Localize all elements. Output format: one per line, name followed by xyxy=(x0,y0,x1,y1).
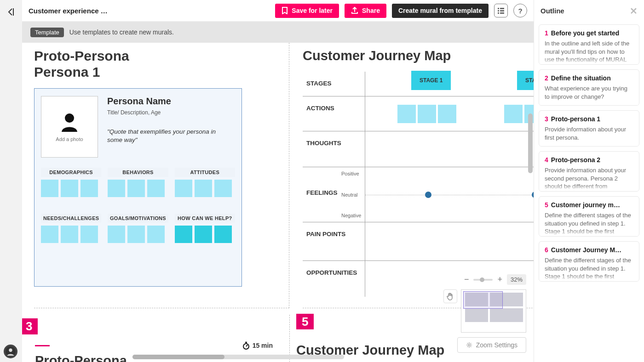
create-label: Create mural from template xyxy=(398,7,482,14)
outline-num: 5 xyxy=(545,201,548,209)
outline-item-6[interactable]: 6Customer Journey M…Define the different… xyxy=(539,241,639,282)
outline-item-desc: Provide information about your second pe… xyxy=(545,166,633,191)
bookmark-icon xyxy=(282,7,288,14)
sticky-note[interactable] xyxy=(61,180,78,197)
back-button[interactable] xyxy=(5,6,17,18)
svg-rect-5 xyxy=(498,10,499,11)
zoom-in-button[interactable]: + xyxy=(497,275,502,284)
outline-num: 6 xyxy=(545,246,548,254)
close-outline-button[interactable]: ✕ xyxy=(630,6,638,17)
feel-negative: Negative xyxy=(341,213,361,218)
sticky-note[interactable] xyxy=(80,180,98,197)
row-label-stages: STAGES xyxy=(303,72,365,96)
sticky-note[interactable] xyxy=(397,105,416,123)
timer-label: 15 min xyxy=(253,342,273,349)
sticky-note[interactable] xyxy=(214,226,232,243)
zoom-slider[interactable] xyxy=(473,279,493,281)
sticky-note[interactable] xyxy=(147,226,165,243)
outline-item-3[interactable]: 3Proto-persona 1Provide information abou… xyxy=(539,110,639,147)
stopwatch-icon xyxy=(242,341,250,350)
feelings-content[interactable]: Positive Neutral Negative xyxy=(365,167,534,222)
sticky-note[interactable] xyxy=(214,180,232,197)
zoom-out-button[interactable]: − xyxy=(464,275,469,284)
journey-title: Customer Journey Map xyxy=(303,43,534,63)
outline-item-title: Customer journey m… xyxy=(551,201,620,209)
outline-num: 1 xyxy=(545,29,548,37)
zoom-controls: − + 32% Zoom Settings xyxy=(443,274,526,353)
sticky-note[interactable] xyxy=(80,226,98,243)
outline-item-desc: In the outline and left side of the mura… xyxy=(545,40,633,64)
save-for-later-button[interactable]: Save for later xyxy=(275,4,339,18)
sticky-note[interactable] xyxy=(108,226,125,243)
add-photo-box[interactable]: Add a photo xyxy=(41,96,98,158)
painpoints-content[interactable] xyxy=(365,222,534,260)
sticky-note[interactable] xyxy=(504,105,523,123)
sticky-note[interactable] xyxy=(127,226,145,243)
svg-rect-4 xyxy=(500,8,504,9)
sticky-note[interactable] xyxy=(175,180,192,197)
minimap-viewport[interactable] xyxy=(463,291,503,309)
vertical-scrollbar[interactable] xyxy=(528,113,533,173)
sticky-note[interactable] xyxy=(41,226,58,243)
persona-meta: Persona Name Title/ Description, Age "Qu… xyxy=(107,96,218,158)
section-3-badge: 3 xyxy=(22,318,38,334)
svg-line-13 xyxy=(246,345,247,346)
sticky-note[interactable] xyxy=(41,180,58,197)
zoom-handle[interactable] xyxy=(480,277,484,282)
sticky-note[interactable] xyxy=(127,180,145,197)
outline-toggle-button[interactable] xyxy=(494,4,508,17)
feel-positive: Positive xyxy=(341,171,361,176)
outline-item-4[interactable]: 4Proto-persona 2Provide information abou… xyxy=(539,151,639,192)
scrollbar-thumb[interactable] xyxy=(132,355,224,359)
stage-2-chip[interactable]: STAGE 2 xyxy=(517,71,534,90)
template-chip: Template xyxy=(30,28,64,37)
sticky-note[interactable] xyxy=(195,226,212,243)
sticky-note[interactable] xyxy=(438,105,456,123)
pan-tool-button[interactable] xyxy=(443,289,457,303)
sticky-note[interactable] xyxy=(418,105,436,123)
svg-point-9 xyxy=(65,113,74,123)
save-label: Save for later xyxy=(292,7,333,14)
help-button[interactable]: ? xyxy=(513,4,527,17)
avatar[interactable] xyxy=(4,345,17,358)
outline-item-desc: Provide information about your first per… xyxy=(545,125,633,141)
col-help: HOW CAN WE HELP? xyxy=(175,214,235,223)
outline-num: 4 xyxy=(545,156,548,164)
share-button[interactable]: Share xyxy=(345,4,386,18)
zoom-settings-button[interactable]: Zoom Settings xyxy=(457,337,526,353)
sticky-note[interactable] xyxy=(108,180,125,197)
outline-item-title: Define the situation xyxy=(551,74,611,82)
col-goals: GOALS/MOTIVATIONS xyxy=(108,214,168,223)
horizontal-scrollbar[interactable] xyxy=(132,355,344,359)
stages-content[interactable]: STAGE 1 STAGE 2 xyxy=(365,72,534,96)
left-rail xyxy=(0,0,22,362)
minimap[interactable] xyxy=(461,289,526,333)
add-photo-label: Add a photo xyxy=(56,136,83,142)
thoughts-content[interactable] xyxy=(365,131,534,167)
back-arrow-icon xyxy=(6,7,17,17)
share-icon xyxy=(351,7,358,14)
list-icon xyxy=(497,7,505,14)
outline-item-1[interactable]: 1Before you get startedIn the outline an… xyxy=(539,24,639,65)
feeling-dot-stage2[interactable] xyxy=(532,192,534,198)
sticky-note[interactable] xyxy=(61,226,78,243)
sticky-note[interactable] xyxy=(147,180,165,197)
canvas-viewport[interactable]: Proto-Persona Persona 1 Add a photo Pers… xyxy=(22,43,534,362)
outline-item-5[interactable]: 5Customer journey m…Define the different… xyxy=(539,196,639,237)
stage-1-chip[interactable]: STAGE 1 xyxy=(411,71,451,90)
persona-heading: Proto-Persona Persona 1 xyxy=(34,43,289,80)
feeling-dot-stage1[interactable] xyxy=(425,192,431,198)
persona-name[interactable]: Persona Name xyxy=(107,96,218,107)
persona-attr-row2: NEEDS/CHALLENGES GOALS/MOTIVATIONS HOW C… xyxy=(41,214,235,243)
create-mural-button[interactable]: Create mural from template xyxy=(392,4,489,18)
outline-item-title: Customer Journey M… xyxy=(551,246,621,254)
outline-item-2[interactable]: 2Define the situationWhat experience are… xyxy=(539,69,639,106)
persona-quote[interactable]: "Quote that exemplifies your persona in … xyxy=(107,128,218,144)
actions-content[interactable] xyxy=(365,96,534,131)
sticky-note[interactable] xyxy=(195,180,212,197)
col-behaviors: BEHAVIORS xyxy=(108,168,168,177)
persona-desc[interactable]: Title/ Description, Age xyxy=(107,109,218,116)
persona-card[interactable]: Add a photo Persona Name Title/ Descript… xyxy=(34,88,242,287)
row-label-opportunities: OPPORTUNITIES xyxy=(303,261,365,297)
sticky-note[interactable] xyxy=(175,226,192,243)
